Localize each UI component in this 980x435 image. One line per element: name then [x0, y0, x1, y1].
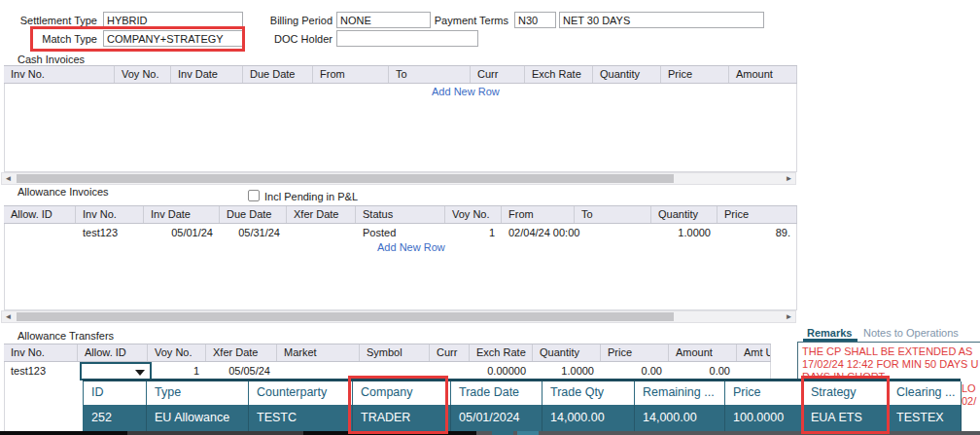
trade-dropdown-header-trade-qty: Trade Qty: [542, 381, 635, 405]
cash-invoices-body: [4, 84, 797, 172]
allowance-transfers-header-quantity: Quantity: [533, 344, 601, 361]
taskbar-segment: [127, 431, 303, 435]
incl-pending-checkbox[interactable]: [248, 190, 260, 201]
cash-invoices-title: Cash Invoices: [18, 54, 85, 65]
page: { "form": { "settlement_type": { "label"…: [0, 0, 980, 435]
trade-dropdown-cell-9[interactable]: TESTEX: [889, 405, 962, 431]
scroll-right-icon[interactable]: ►: [783, 311, 795, 322]
trade-dropdown-header-counterparty: Counterparty: [249, 381, 353, 405]
trade-dropdown-cell-4[interactable]: 05/01/2024: [451, 405, 542, 431]
taskbar-segment: [476, 431, 980, 435]
taskbar-segment: [517, 431, 539, 435]
allowance-invoices-scroll-thumb[interactable]: [17, 312, 674, 321]
allowance-invoices-cell-10[interactable]: 89.: [718, 225, 797, 241]
cash-invoices-scroll-thumb[interactable]: [17, 174, 674, 183]
allowance-invoices-header-inv-no: Inv No.: [76, 206, 144, 223]
doc-holder-label: DOC Holder: [233, 33, 332, 45]
cash-invoices-header-inv-no: Inv No.: [4, 66, 115, 83]
trade-dropdown-header-remaining: Remaining ...: [635, 381, 725, 405]
allowance-transfers-header-curr: Curr: [430, 344, 470, 361]
trade-dropdown-header-id: ID: [84, 381, 147, 405]
allowance-invoices-cell-3[interactable]: 05/31/24: [220, 225, 287, 241]
trade-dropdown-header-type: Type: [147, 381, 249, 405]
allowance-invoices-title: Allowance Invoices: [18, 186, 109, 198]
remarks-line: 17/02/24 12:42 FOR MIN 50 DAYS U: [802, 358, 978, 370]
allowance-invoices-header-xfer-date: Xfer Date: [287, 206, 356, 223]
allowance-transfers-header-symbol: Symbol: [360, 344, 430, 361]
trade-dropdown-cell-5[interactable]: 14,000.00: [542, 405, 635, 431]
annotation-box-company: [348, 376, 448, 434]
annotation-box-match-type: [30, 26, 245, 52]
remarks-line: THE CP SHALL BE EXTENDED AS: [802, 345, 972, 357]
allowance-transfers-header-amount: Amount: [669, 344, 737, 361]
allowance-invoices-header-voy-no: Voy No.: [445, 206, 502, 223]
allowance-transfers-header-inv-no: Inv No.: [4, 344, 78, 361]
allowance-transfers-header-price: Price: [601, 344, 669, 361]
allowance-transfers-header-voy-no: Voy No.: [148, 344, 206, 361]
trade-dropdown-header-price: Price: [725, 381, 803, 405]
allowance-transfers-title: Allowance Transfers: [18, 330, 114, 342]
trade-dropdown-cell-7[interactable]: 100.0000: [725, 405, 803, 431]
allowance-invoices-hscrollbar[interactable]: ◄ ►: [1, 310, 796, 323]
remarks-line-fragment: LO: [962, 382, 976, 394]
trade-dropdown-cell-6[interactable]: 14,000.00: [635, 405, 725, 431]
allowance-invoices-row[interactable]: test12305/01/2405/31/24Posted102/04/24 0…: [4, 225, 797, 241]
tab-notes-to-operations[interactable]: Notes to Operations: [863, 327, 959, 339]
allowance-transfers-header-xfer-date: Xfer Date: [206, 344, 277, 361]
billing-period-label: Billing Period: [233, 15, 332, 26]
allowance-invoices-cell-8[interactable]: [575, 225, 651, 241]
scroll-left-icon[interactable]: ◄: [2, 311, 15, 322]
cash-invoices-header-voy-no: Voy No.: [115, 66, 171, 83]
cash-invoices-header-price: Price: [661, 66, 729, 83]
allowance-invoices-header-allow-id: Allow. ID: [4, 206, 76, 223]
allowance-invoices-header-to: To: [575, 206, 651, 223]
cash-invoices-header-quantity: Quantity: [593, 66, 661, 83]
chevron-down-icon: [135, 370, 145, 376]
doc-holder-field[interactable]: [336, 30, 478, 47]
remarks-line-fragment: 02/: [962, 395, 976, 407]
cash-invoices-header-inv-date: Inv Date: [171, 66, 243, 83]
scroll-left-icon[interactable]: ◄: [2, 173, 15, 184]
cash-invoices-header-due-date: Due Date: [243, 66, 313, 83]
trade-dropdown-header-trade-date: Trade Date: [451, 381, 542, 405]
payment-terms-label: Payment Terms: [411, 15, 508, 26]
trade-dropdown-cell-0[interactable]: 252: [84, 405, 147, 431]
incl-pending-label: Incl Pending in P&L: [264, 191, 358, 202]
allowance-transfers-cell-0[interactable]: test123: [4, 363, 78, 381]
trade-dropdown-cell-1[interactable]: EU Allowance: [147, 405, 249, 431]
cash-invoices-header-curr: Curr: [471, 66, 525, 83]
scroll-right-icon[interactable]: ►: [783, 173, 795, 184]
cash-invoices-header-amount: Amount: [729, 66, 797, 83]
cash-invoices-header-to: To: [389, 66, 471, 83]
allowance-invoices-cell-0[interactable]: [4, 225, 76, 241]
payment-terms-code-field[interactable]: [514, 12, 556, 28]
allowance-invoices-header-row: Allow. IDInv No.Inv DateDue DateXfer Dat…: [4, 205, 797, 224]
allowance-transfers-header-exch-rate: Exch Rate: [470, 344, 533, 361]
allowance-invoices-cell-7[interactable]: 02/04/24 00:00: [502, 225, 575, 241]
annotation-box-strategy: [801, 376, 890, 434]
cash-invoices-add-new-row-link[interactable]: Add New Row: [432, 86, 500, 97]
allowance-invoices-add-new-row-link[interactable]: Add New Row: [377, 241, 445, 253]
allowance-transfers-header-row: Inv No.Allow. IDVoy No.Xfer DateMarketSy…: [4, 344, 771, 362]
trade-dropdown-header-clearing: Clearing ...: [889, 381, 962, 405]
cash-invoices-hscrollbar[interactable]: ◄ ►: [1, 172, 796, 185]
payment-terms-description-field[interactable]: [559, 12, 764, 28]
allowance-invoices-cell-4[interactable]: [287, 225, 356, 241]
allowance-invoices-cell-2[interactable]: 05/01/24: [144, 225, 220, 241]
allowance-invoices-header-quantity: Quantity: [651, 206, 718, 223]
allowance-invoices-cell-6[interactable]: 1: [445, 225, 502, 241]
cash-invoices-header-from: From: [313, 66, 389, 83]
allowance-invoices-cell-5[interactable]: Posted: [356, 225, 445, 241]
allowance-invoices-header-due-date: Due Date: [220, 206, 287, 223]
tab-remarks[interactable]: Remarks: [807, 327, 852, 339]
allowance-invoices-cell-9[interactable]: 1.0000: [651, 225, 718, 241]
trade-dropdown-cell-2[interactable]: TESTC: [249, 405, 353, 431]
allowance-invoices-cell-1[interactable]: test123: [76, 225, 144, 241]
allowance-invoices-header-from: From: [502, 206, 575, 223]
allowance-invoices-header-status: Status: [356, 206, 445, 223]
allowance-transfers-header-amt-u: Amt U: [737, 344, 771, 361]
allowance-transfers-header-allow-id: Allow. ID: [78, 344, 148, 361]
allowance-invoices-header-price: Price: [718, 206, 797, 223]
allowance-transfers-header-market: Market: [277, 344, 360, 361]
cash-invoices-header-row: Inv No.Voy No.Inv DateDue DateFromToCurr…: [4, 65, 797, 84]
